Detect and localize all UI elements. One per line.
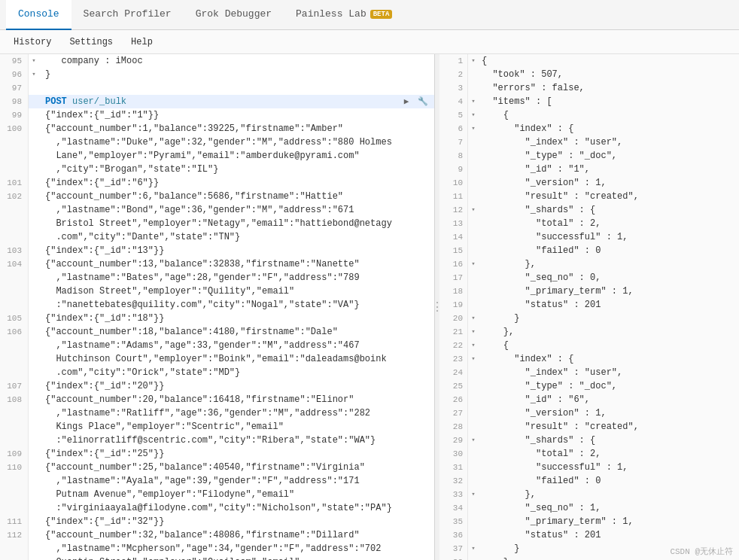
- response-content: "_shards" : {: [479, 434, 739, 447]
- fold-indicator: [29, 230, 39, 244]
- editor-line: Hutchinson Court","employer":"Boink","em…: [0, 352, 434, 366]
- response-fold-indicator[interactable]: ▾: [468, 203, 479, 217]
- tab-grok-debugger[interactable]: Grok Debugger: [184, 0, 284, 30]
- line-number: 100: [0, 122, 29, 135]
- fold-indicator: [29, 163, 39, 176]
- fold-indicator: [29, 501, 39, 515]
- response-fold-indicator[interactable]: ▾: [468, 257, 479, 271]
- response-fold-indicator: [468, 68, 479, 81]
- line-number: 106: [0, 325, 29, 339]
- response-content: "successful" : 1,: [479, 230, 739, 244]
- response-content: "index" : {: [479, 352, 739, 366]
- response-content: "total" : 2,: [479, 217, 739, 230]
- response-content: "_version" : 1,: [479, 406, 739, 420]
- response-fold-indicator[interactable]: ▾: [468, 54, 479, 68]
- response-fold-indicator[interactable]: ▾: [468, 555, 479, 560]
- response-fold-indicator[interactable]: ▾: [468, 434, 479, 447]
- response-content: "_id" : "6",: [479, 393, 739, 406]
- response-fold-indicator: [468, 474, 479, 488]
- line-content: Putnam Avenue","employer":"Filodyne","em…: [39, 488, 434, 501]
- line-number: 101: [0, 176, 29, 190]
- line-number: [0, 352, 29, 366]
- fold-indicator: [29, 393, 39, 406]
- editor-area[interactable]: 95▾ company : iMooc96▾}9798POST user/_bu…: [0, 54, 434, 560]
- response-fold-indicator[interactable]: ▾: [468, 122, 479, 135]
- response-fold-indicator: [468, 406, 479, 420]
- line-content: {"account_number":18,"balance":4180,"fir…: [39, 325, 434, 339]
- line-number: [0, 339, 29, 352]
- response-line: 15 "failed" : 0: [439, 244, 739, 257]
- fold-indicator: [29, 217, 39, 230]
- copy-request-button[interactable]: 🔧: [416, 95, 430, 108]
- response-line: 30 "total" : 2,: [439, 447, 739, 461]
- line-number: 111: [0, 515, 29, 528]
- line-number: [0, 135, 29, 149]
- response-line-number: 34: [439, 501, 468, 515]
- line-content: Lane","employer":"Pyrami","email":"amber…: [39, 149, 434, 163]
- fold-indicator: [29, 176, 39, 190]
- line-number: 95: [0, 54, 29, 68]
- response-line-number: 36: [439, 528, 468, 542]
- run-request-button[interactable]: ▶: [400, 95, 413, 108]
- fold-indicator[interactable]: ▾: [29, 68, 39, 81]
- response-line-number: 17: [439, 271, 468, 285]
- response-line: 35 "_primary_term" : 1,: [439, 515, 739, 528]
- response-line-number: 12: [439, 203, 468, 217]
- line-number: 108: [0, 393, 29, 406]
- response-line: 1▾{: [439, 54, 739, 68]
- response-line-number: 10: [439, 176, 468, 190]
- fold-indicator: [29, 420, 39, 434]
- fold-indicator: [29, 149, 39, 163]
- response-fold-indicator[interactable]: ▾: [468, 339, 479, 352]
- response-fold-indicator: [468, 135, 479, 149]
- response-content: "_index" : "user",: [479, 366, 739, 379]
- response-content: "_seq_no" : 0,: [479, 271, 739, 285]
- response-fold-indicator[interactable]: ▾: [468, 325, 479, 339]
- response-content: {: [479, 108, 739, 122]
- response-content: "_primary_term" : 1,: [479, 285, 739, 298]
- line-number: 104: [0, 257, 29, 271]
- response-fold-indicator[interactable]: ▾: [468, 542, 479, 555]
- response-line-number: 3: [439, 81, 468, 95]
- response-line-number: 4: [439, 95, 468, 108]
- tab-search-profiler[interactable]: Search Profiler: [71, 0, 184, 30]
- response-fold-indicator: [468, 461, 479, 474]
- fold-indicator: [29, 379, 39, 393]
- main-content: 95▾ company : iMooc96▾}9798POST user/_bu…: [0, 54, 739, 560]
- response-content: "_version" : 1,: [479, 176, 739, 190]
- response-fold-indicator: [468, 515, 479, 528]
- response-content: "total" : 2,: [479, 447, 739, 461]
- nav-history[interactable]: History: [6, 34, 59, 50]
- fold-indicator[interactable]: ▾: [29, 54, 39, 68]
- nav-settings[interactable]: Settings: [62, 34, 120, 50]
- response-fold-indicator: [468, 366, 479, 379]
- line-number: 109: [0, 447, 29, 461]
- editor-line: 104{"account_number":13,"balance":32838,…: [0, 257, 434, 271]
- response-fold-indicator[interactable]: ▾: [468, 488, 479, 501]
- line-number: [0, 298, 29, 312]
- editor-line: .com","city":"Orick","state":"MD"}: [0, 366, 434, 379]
- response-fold-indicator[interactable]: ▾: [468, 352, 479, 366]
- fold-indicator: [29, 190, 39, 203]
- line-content: :"elinorratliff@scentric.com","city":"Ri…: [39, 434, 434, 447]
- response-fold-indicator[interactable]: ▾: [468, 95, 479, 108]
- response-line-number: 20: [439, 312, 468, 325]
- response-fold-indicator[interactable]: ▾: [468, 108, 479, 122]
- response-area[interactable]: 1▾{2 "took" : 507,3 "errors" : false,4▾ …: [439, 54, 739, 560]
- response-line: 37▾ }: [439, 542, 739, 555]
- response-fold-indicator[interactable]: ▾: [468, 312, 479, 325]
- editor-line: :"virginiaayala@filodyne.com","city":"Ni…: [0, 501, 434, 515]
- line-content: ,"lastname":"Duke","age":32,"gender":"M"…: [39, 135, 434, 149]
- editor-line: Kings Place","employer":"Scentric","emai…: [0, 420, 434, 434]
- response-line: 11 "result" : "created",: [439, 190, 739, 203]
- tab-console[interactable]: Console: [6, 0, 71, 30]
- fold-indicator: [29, 298, 39, 312]
- tab-painless-lab[interactable]: Painless Lab BETA: [284, 0, 404, 30]
- line-number: [0, 285, 29, 298]
- line-number: [0, 163, 29, 176]
- line-content: {"index":{"_id":"1"}}: [39, 108, 434, 122]
- response-content: "_type" : "_doc",: [479, 149, 739, 163]
- nav-help[interactable]: Help: [123, 34, 160, 50]
- response-line: 34 "_seq_no" : 1,: [439, 501, 739, 515]
- line-number: [0, 271, 29, 285]
